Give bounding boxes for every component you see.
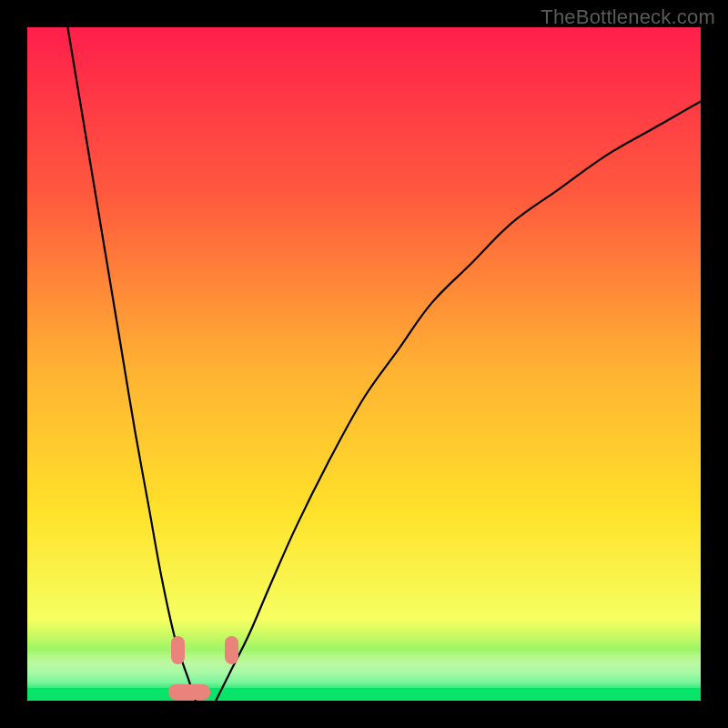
plot-area	[27, 27, 701, 701]
chart-frame: TheBottleneck.com	[0, 0, 728, 728]
marker-bottom-span	[168, 684, 210, 701]
marker-right-top	[225, 636, 238, 664]
watermark-text: TheBottleneck.com	[541, 5, 715, 29]
marker-left-top	[171, 636, 185, 664]
bottleneck-curve	[27, 27, 701, 701]
